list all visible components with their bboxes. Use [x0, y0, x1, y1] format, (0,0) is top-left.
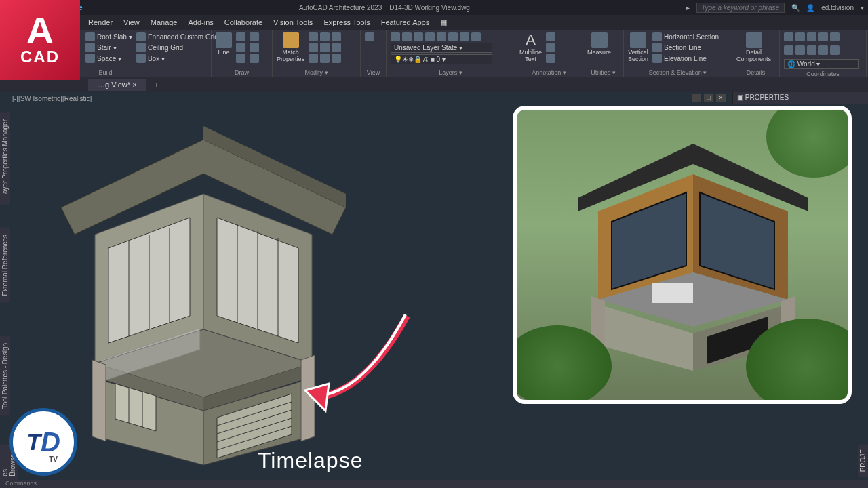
menu-visiontools[interactable]: Vision Tools — [273, 18, 313, 26]
menu-render[interactable]: Render — [88, 18, 113, 26]
draw-tool-4[interactable] — [250, 32, 259, 41]
detail-icon — [746, 32, 762, 48]
side-xrefs[interactable]: External References — [0, 228, 10, 303]
menu-addins[interactable]: Add-ins — [189, 18, 214, 26]
grid-icon — [136, 32, 146, 41]
ribbon-matchprops[interactable]: Match Properties — [277, 32, 304, 63]
draw-tool-6[interactable] — [250, 54, 259, 63]
space-icon — [85, 54, 95, 63]
ceilinggrid-icon — [136, 43, 146, 52]
viewport-close-icon[interactable]: × — [716, 94, 726, 102]
panel-draw-title: Draw — [216, 68, 268, 76]
properties-panel-header[interactable]: ▣ PROPERTIES — [732, 92, 868, 104]
svg-marker-26 — [92, 360, 106, 441]
anno-tool-2[interactable] — [546, 43, 555, 52]
user-label[interactable]: ed.tdvision — [821, 4, 854, 12]
menu-manage[interactable]: Manage — [151, 18, 178, 26]
ribbon-multilinetext[interactable]: AMultiline Text — [519, 32, 542, 63]
menu-expresstools[interactable]: Express Tools — [323, 18, 370, 26]
layer-current-dropdown[interactable]: 💡☀❄🔒🖨 ■ 0 ▾ — [391, 54, 492, 64]
line-icon — [216, 32, 232, 48]
viewport-min-icon[interactable]: – — [692, 94, 701, 102]
matchprops-icon — [283, 32, 299, 48]
coords-world-dropdown[interactable]: 🌐 World ▾ — [784, 59, 859, 69]
draw-tool-5[interactable] — [250, 43, 259, 52]
command-line[interactable]: Commands — [0, 480, 868, 488]
box-icon — [136, 54, 146, 63]
ribbon-space[interactable]: Space ▾ — [85, 54, 132, 63]
menu-featuredapps[interactable]: Featured Apps — [381, 18, 430, 26]
ribbon-customgrid[interactable]: Enhanced Custom Grid ▾ — [136, 32, 224, 41]
layer-tool-icon[interactable] — [391, 32, 400, 41]
viewport[interactable]: [-][SW Isometric][Realistic] Layer Prope… — [0, 92, 868, 480]
menu-view[interactable]: View — [123, 18, 140, 26]
overlay-timelapse-text: Timelapse — [258, 448, 363, 473]
ribbon-ceilinggrid[interactable]: Ceiling Grid — [136, 43, 224, 52]
side-layerprops[interactable]: Layer Properties Manager — [0, 113, 10, 205]
anno-tool-1[interactable] — [546, 32, 555, 41]
panel-modify-title: Modify ▾ — [277, 68, 356, 76]
anno-tool-3[interactable] — [546, 54, 555, 63]
measure-icon — [591, 32, 608, 48]
modify-tool-3[interactable] — [309, 54, 341, 63]
panel-details-title: Details — [736, 68, 775, 76]
menu-collaborate[interactable]: Collaborate — [224, 18, 262, 26]
channel-logo: TD TV — [9, 408, 77, 476]
view-tool[interactable] — [365, 32, 374, 41]
side-toolpalettes[interactable]: Tool Palettes - Design — [0, 336, 10, 415]
ribbon-hsection[interactable]: Horizontal Section — [652, 32, 719, 41]
modify-tool-1[interactable] — [309, 32, 341, 41]
autocad-logo: A CAD — [0, 0, 80, 80]
svg-rect-34 — [652, 283, 693, 303]
viewport-restore-icon[interactable]: □ — [704, 94, 713, 102]
panel-annotation-title: Annotation ▾ — [519, 68, 578, 76]
draw-tool-1[interactable] — [236, 32, 245, 41]
draw-tool-2[interactable] — [236, 43, 245, 52]
ribbon-measure[interactable]: Measure — [587, 32, 611, 56]
reference-photo — [513, 106, 852, 404]
app-title: AutoCAD Architecture 2023 — [299, 4, 382, 12]
titlebar-caret-icon[interactable]: ▾ — [861, 4, 864, 12]
search-icon[interactable]: 🔍 — [791, 4, 800, 12]
ribbon-stair[interactable]: Stair ▾ — [85, 43, 132, 52]
ribbon-box[interactable]: Box ▾ — [136, 54, 224, 63]
ribbon-elevationline[interactable]: Elevation Line — [652, 54, 719, 63]
ribbon-vsection[interactable]: Vertical Section — [628, 32, 648, 63]
help-search-input[interactable] — [696, 3, 785, 13]
draw-tool-3[interactable] — [236, 54, 245, 63]
layer-state-dropdown[interactable]: Unsaved Layer State ▾ — [391, 43, 492, 53]
panel-coords-title: Coordinates — [784, 69, 862, 77]
viewport-label[interactable]: [-][SW Isometric][Realistic] — [12, 95, 92, 102]
ribbon-detailcomp[interactable]: Detail Components — [736, 32, 771, 63]
document-tab[interactable]: …g View* × — [88, 79, 146, 91]
side-project[interactable]: PROJE — [858, 444, 868, 477]
svg-marker-27 — [301, 355, 315, 441]
document-title: D14-3D Working View.dwg — [389, 4, 470, 12]
model-3d-house — [41, 113, 366, 472]
panel-section-title: Section & Elevation ▾ — [628, 68, 728, 76]
stair-icon — [85, 43, 95, 52]
signin-icon[interactable]: 👤 — [806, 4, 814, 12]
ribbon-sectionline[interactable]: Section Line — [652, 43, 719, 52]
ribbon-roofslab[interactable]: Roof Slab ▾ — [85, 32, 132, 41]
modify-tool-2[interactable] — [309, 43, 341, 52]
roofslab-icon — [85, 32, 95, 41]
text-icon: A — [523, 32, 539, 48]
panel-layers-title: Layers ▾ — [391, 68, 511, 76]
add-tab-button[interactable]: + — [149, 81, 164, 89]
search-placeholder-text: ▸ — [686, 4, 690, 12]
panel-utilities-title: Utilities ▾ — [587, 68, 619, 76]
vsection-icon — [630, 32, 646, 48]
menu-extra-icon[interactable]: ▦ — [440, 18, 447, 27]
panel-view-title: View — [365, 68, 382, 76]
ribbon-line[interactable]: Line — [216, 32, 232, 56]
